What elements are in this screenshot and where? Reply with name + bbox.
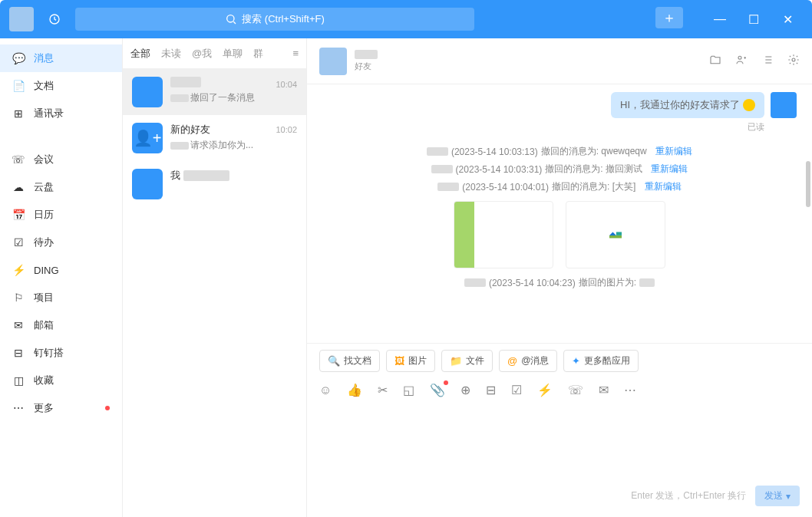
- qa-more-apps[interactable]: ✦更多酷应用: [563, 350, 639, 372]
- blocks-icon: ⊟: [12, 347, 25, 359]
- svg-point-3: [792, 58, 795, 61]
- input-toolbar: ☺ 👍 ✂ ◱ 📎 ⊕ ⊟ ☑ ⚡ ☏ ✉ ⋯: [307, 378, 812, 402]
- conversation-item[interactable]: 👤+ 新的好友10:02 请求添加你为...: [123, 115, 306, 161]
- tab-unread[interactable]: 未读: [161, 47, 181, 61]
- add-button[interactable]: ＋: [655, 7, 683, 28]
- nav-dingdingda[interactable]: ⊟钉钉搭: [0, 339, 122, 367]
- send-button[interactable]: 发送 ▾: [755, 486, 800, 506]
- search-input[interactable]: 搜索 (Ctrl+Shift+F): [75, 8, 474, 31]
- quick-actions: 🔍找文档 🖼图片 📁文件 @@消息 ✦更多酷应用: [307, 343, 812, 378]
- ding-icon: ⚡: [12, 264, 25, 276]
- svg-rect-6: [616, 232, 622, 235]
- re-edit-link[interactable]: 重新编辑: [645, 180, 682, 193]
- conversation-item[interactable]: 10:04 撤回了一条消息: [123, 69, 306, 115]
- smile-emoji-icon: [743, 99, 755, 111]
- qa-at-msg[interactable]: @@消息: [499, 350, 557, 372]
- re-edit-link[interactable]: 重新编辑: [651, 163, 688, 176]
- tab-all[interactable]: 全部: [130, 47, 150, 61]
- message-input[interactable]: Enter 发送，Ctrl+Enter 换行 发送 ▾: [307, 402, 812, 517]
- scrollbar[interactable]: [806, 161, 810, 207]
- tabs-menu-icon[interactable]: ≡: [292, 48, 299, 59]
- qa-find-doc[interactable]: 🔍找文档: [319, 350, 380, 372]
- svg-marker-5: [609, 232, 616, 235]
- send-hint: Enter 发送，Ctrl+Enter 换行: [631, 489, 746, 502]
- close-icon[interactable]: ✕: [772, 7, 803, 31]
- svg-point-2: [738, 56, 741, 59]
- call-icon[interactable]: ☏: [568, 383, 583, 397]
- nav-project[interactable]: ⚐项目: [0, 284, 122, 311]
- user-avatar[interactable]: [9, 7, 34, 31]
- add-user-icon[interactable]: [735, 54, 748, 69]
- nav-todo[interactable]: ☑待办: [0, 229, 122, 256]
- nav-contacts[interactable]: ⊞通讯录: [0, 100, 122, 127]
- conversation-item[interactable]: 我: [123, 161, 306, 207]
- inbox-icon[interactable]: ✉: [599, 383, 609, 397]
- nav-ding[interactable]: ⚡DING: [0, 256, 122, 284]
- history-icon[interactable]: [43, 8, 66, 31]
- conv-avatar: [132, 169, 163, 199]
- nav-more[interactable]: ⋯更多: [0, 394, 122, 422]
- list-icon[interactable]: [761, 54, 774, 69]
- recalled-image: [566, 201, 665, 268]
- attach-icon[interactable]: 📎: [430, 383, 445, 397]
- chat-icon: 💬: [12, 52, 25, 64]
- folder-icon[interactable]: [709, 54, 721, 69]
- svg-rect-4: [609, 235, 622, 239]
- maximize-icon[interactable]: ☐: [738, 7, 769, 31]
- flash-icon[interactable]: ⚡: [537, 383, 553, 397]
- sidebar: 💬消息 📄文档 ⊞通讯录 ☏会议 ☁云盘 📅日历 ☑待办 ⚡DING ⚐项目 ✉…: [0, 38, 123, 517]
- cloud-icon: ☁: [12, 181, 25, 193]
- tab-at-me[interactable]: @我: [192, 47, 212, 61]
- nav-messages[interactable]: 💬消息: [0, 44, 122, 72]
- mail-icon: ✉: [12, 319, 25, 331]
- card-icon[interactable]: ⊕: [460, 383, 470, 397]
- project-icon: ⚐: [12, 291, 25, 304]
- recall-notice: (2023-5-14 10:04:01) 撤回的消息为: [大笑] 重新编辑: [322, 180, 797, 193]
- check-icon: ☑: [12, 236, 25, 249]
- nav-docs[interactable]: 📄文档: [0, 72, 122, 100]
- scissors-icon[interactable]: ✂: [378, 383, 388, 397]
- toolbar-more-icon[interactable]: ⋯: [624, 383, 636, 397]
- nav-cloud[interactable]: ☁云盘: [0, 173, 122, 201]
- favorite-icon: ◫: [12, 374, 25, 387]
- titlebar: 搜索 (Ctrl+Shift+F) ＋ — ☐ ✕: [0, 0, 812, 38]
- recall-notice: (2023-5-14 10:03:31) 撤回的消息为: 撤回测试 重新编辑: [322, 163, 797, 176]
- re-edit-link[interactable]: 重新编辑: [655, 145, 692, 158]
- notification-dot: [105, 406, 110, 410]
- chat-messages[interactable]: HI，我通过你的好友请求了 已读 (2023-5-14 10:03:13) 撤回…: [307, 84, 812, 343]
- more-icon: ⋯: [12, 402, 25, 414]
- task-icon[interactable]: ☑: [511, 383, 522, 397]
- calendar-icon: 📅: [12, 209, 25, 221]
- conv-avatar: [132, 77, 163, 107]
- svg-point-1: [227, 15, 234, 22]
- nav-calendar[interactable]: 📅日历: [0, 201, 122, 229]
- conv-avatar: 👤+: [132, 123, 163, 153]
- qa-file[interactable]: 📁文件: [441, 350, 493, 372]
- tab-single[interactable]: 单聊: [223, 47, 243, 61]
- chat-panel: 好友 HI，我通过你的好友请求了 已读 (2023-5-14 10:03:13)…: [307, 38, 812, 517]
- thumbs-up-icon[interactable]: 👍: [347, 383, 362, 397]
- settings-icon[interactable]: [787, 54, 800, 69]
- chat-avatar[interactable]: [319, 48, 347, 75]
- nav-mail[interactable]: ✉邮箱: [0, 311, 122, 339]
- tab-group[interactable]: 群: [253, 47, 263, 61]
- minimize-icon[interactable]: —: [705, 7, 735, 31]
- emoji-icon[interactable]: ☺: [319, 384, 332, 397]
- sent-message: HI，我通过你的好友请求了: [611, 92, 764, 118]
- recall-notice: (2023-5-14 10:03:13) 撤回的消息为: qwewqeqw 重新…: [322, 145, 797, 158]
- format-icon[interactable]: ◱: [403, 383, 414, 397]
- read-status: 已读: [322, 121, 797, 133]
- recall-notice: (2023-5-14 10:04:23) 撤回的图片为:: [322, 276, 797, 289]
- recalled-image: [454, 201, 553, 268]
- phone-icon: ☏: [12, 153, 25, 166]
- nav-meeting[interactable]: ☏会议: [0, 146, 122, 173]
- nav-favorite[interactable]: ◫收藏: [0, 367, 122, 394]
- conversation-list: 全部 未读 @我 单聊 群 ≡ 10:04 撤回了一条消息 👤+ 新的好友10:…: [123, 38, 307, 517]
- contacts-icon: ⊞: [12, 107, 25, 120]
- note-icon[interactable]: ⊟: [486, 383, 496, 397]
- my-avatar: [771, 92, 797, 118]
- doc-icon: 📄: [12, 80, 25, 92]
- qa-image[interactable]: 🖼图片: [386, 350, 435, 372]
